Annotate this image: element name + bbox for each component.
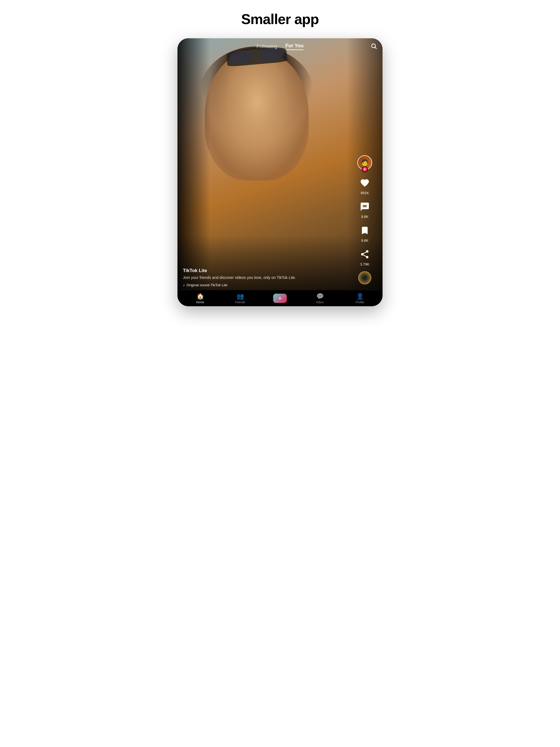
- svg-line-1: [375, 47, 377, 49]
- nav-profile[interactable]: 👤 Profile: [340, 293, 380, 304]
- bookmark-action[interactable]: 9.8K: [358, 224, 372, 242]
- comment-button[interactable]: [358, 200, 372, 213]
- music-note-icon: ♪: [183, 283, 185, 287]
- friends-icon: 👥: [236, 293, 244, 300]
- video-author: TikTok Lite: [183, 268, 344, 274]
- friends-label: Friends: [235, 301, 245, 304]
- nav-inbox[interactable]: 💬 Inbox: [300, 293, 340, 304]
- tab-for-you[interactable]: For You: [285, 42, 304, 51]
- profile-icon: 👤: [356, 293, 364, 300]
- bookmark-button[interactable]: [358, 224, 372, 237]
- home-icon: 🏠: [197, 293, 204, 300]
- nav-friends[interactable]: 👥 Friends: [220, 293, 260, 304]
- inbox-icon: 💬: [316, 293, 324, 300]
- follow-plus-icon[interactable]: +: [362, 166, 368, 172]
- comment-count: 9.8K: [361, 215, 368, 219]
- nav-home[interactable]: 🏠 Home: [180, 293, 220, 304]
- search-button[interactable]: [371, 43, 377, 50]
- page-title: Smaller app: [241, 11, 319, 27]
- svg-point-0: [372, 44, 376, 48]
- comment-action[interactable]: 9.8K: [358, 200, 372, 219]
- create-button[interactable]: [273, 294, 287, 303]
- nav-create[interactable]: [260, 294, 300, 303]
- right-sidebar: 🧑 + 991K 9.8K: [347, 38, 383, 306]
- video-description: Join your friends and discover videos yo…: [183, 275, 344, 281]
- profile-label: Profile: [355, 301, 364, 304]
- like-count: 991K: [361, 191, 369, 195]
- phone-frame: Following For You 🧑 + 991K: [177, 38, 383, 306]
- like-button[interactable]: [358, 176, 372, 190]
- home-label: Home: [196, 301, 204, 304]
- music-disc[interactable]: [358, 271, 371, 284]
- top-nav: Following For You: [177, 38, 383, 55]
- creator-avatar-wrap[interactable]: 🧑 +: [357, 155, 372, 170]
- share-action[interactable]: 3.79K: [358, 248, 372, 266]
- nav-tabs: Following For You: [256, 42, 304, 51]
- video-info: TikTok Lite Join your friends and discov…: [183, 268, 344, 287]
- inbox-label: Inbox: [316, 301, 324, 304]
- video-sound: ♪ Original sound-TikTok Lite: [183, 283, 344, 287]
- like-action[interactable]: 991K: [358, 176, 372, 195]
- share-count: 3.79K: [360, 262, 370, 266]
- bookmark-count: 9.8K: [361, 238, 368, 242]
- bottom-nav: 🏠 Home 👥 Friends 💬 Inbox 👤 Profile: [177, 290, 383, 306]
- share-button[interactable]: [358, 248, 372, 261]
- tab-following[interactable]: Following: [256, 43, 277, 51]
- sound-name: Original sound-TikTok Lite: [186, 283, 228, 287]
- music-disc-inner: [362, 276, 367, 280]
